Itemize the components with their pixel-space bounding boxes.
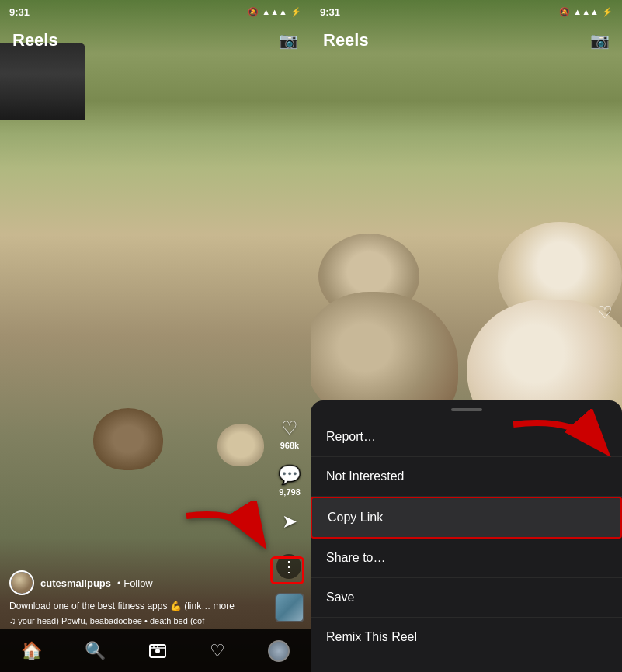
status-icons-left: 🔕 ▲▲▲ ⚡ xyxy=(248,7,301,17)
dog-left-2 xyxy=(217,424,264,466)
reels-title-left: Reels xyxy=(12,30,58,50)
user-info: cutesmallpups • Follow Download one of t… xyxy=(0,570,272,625)
three-dot-highlight-box xyxy=(270,556,304,584)
nav-likes[interactable]: ♡ xyxy=(210,641,225,661)
like-count: 968k xyxy=(280,441,299,450)
dog-left-1 xyxy=(93,408,163,470)
music-info: ♫ your head) Powfu, beabadoobee • death … xyxy=(9,616,262,625)
heart-right[interactable]: ♡ xyxy=(597,303,613,323)
camera-icon-right[interactable]: 📷 xyxy=(590,31,610,50)
time-right: 9:31 xyxy=(320,6,340,18)
comment-icon: 💬 xyxy=(278,464,301,486)
mute-icon: 🔕 xyxy=(248,7,259,17)
red-arrow-right xyxy=(506,409,614,480)
avatar[interactable] xyxy=(9,570,34,595)
left-panel: 9:31 🔕 ▲▲▲ ⚡ Reels 📷 ♡ 968k 💬 9,798 ➤ xyxy=(0,0,311,672)
remix-label: Remix This Reel xyxy=(326,630,417,644)
avatar-image xyxy=(11,572,33,594)
right-panel: 9:31 🔕 ▲▲▲ ⚡ Reels 📷 ♡ Report… No xyxy=(311,0,622,672)
time-left: 9:31 xyxy=(9,6,30,18)
send-icon: ➤ xyxy=(282,511,297,532)
save-label: Save xyxy=(326,591,354,604)
status-bar-left: 9:31 🔕 ▲▲▲ ⚡ xyxy=(0,0,311,23)
reels-header-left: Reels 📷 xyxy=(0,23,311,57)
not-interested-label: Not Interested xyxy=(326,469,405,483)
share-action[interactable]: ➤ xyxy=(282,511,297,532)
share-to-label: Share to… xyxy=(326,551,385,565)
user-caption: Download one of the best fitness apps 💪 … xyxy=(9,600,262,613)
camera-icon-left[interactable]: 📷 xyxy=(279,31,298,50)
battery-icon: ⚡ xyxy=(290,7,301,17)
sheet-handle xyxy=(451,408,482,411)
nav-reels[interactable] xyxy=(148,642,167,660)
reels-header-right: Reels 📷 xyxy=(311,23,622,57)
battery-icon-right: ⚡ xyxy=(602,7,613,17)
music-thumbnail xyxy=(275,593,304,622)
report-label: Report… xyxy=(326,430,376,444)
comment-count: 9,798 xyxy=(279,487,301,497)
bottom-nav-left: 🏠 🔍 ♡ xyxy=(0,629,311,672)
sheet-item-share-to[interactable]: Share to… xyxy=(311,539,622,578)
nav-search[interactable]: 🔍 xyxy=(85,641,106,661)
sheet-item-remix[interactable]: Remix This Reel xyxy=(311,618,622,656)
nav-home[interactable]: 🏠 xyxy=(21,641,42,661)
right-actions: ♡ 968k 💬 9,798 ➤ xyxy=(278,417,301,532)
username[interactable]: cutesmallpups xyxy=(40,577,111,589)
follow-button[interactable]: • Follow xyxy=(117,577,153,589)
sheet-item-copy-link[interactable]: Copy Link xyxy=(311,497,622,539)
mute-icon-right: 🔕 xyxy=(559,7,570,17)
reels-title-right: Reels xyxy=(323,30,369,50)
nav-profile[interactable] xyxy=(268,640,290,662)
comment-action[interactable]: 💬 9,798 xyxy=(278,464,301,497)
status-icons-right: 🔕 ▲▲▲ ⚡ xyxy=(559,7,613,17)
signal-icon-right: ▲▲▲ xyxy=(573,7,599,16)
like-action[interactable]: ♡ 968k xyxy=(280,417,299,450)
red-arrow-left xyxy=(179,501,272,571)
copy-link-label: Copy Link xyxy=(328,511,383,525)
svg-point-1 xyxy=(155,649,160,653)
user-row: cutesmallpups • Follow xyxy=(9,570,262,595)
heart-icon: ♡ xyxy=(281,417,298,439)
signal-icon: ▲▲▲ xyxy=(262,7,287,16)
status-bar-right: 9:31 🔕 ▲▲▲ ⚡ xyxy=(311,0,622,23)
sheet-item-save[interactable]: Save xyxy=(311,578,622,618)
